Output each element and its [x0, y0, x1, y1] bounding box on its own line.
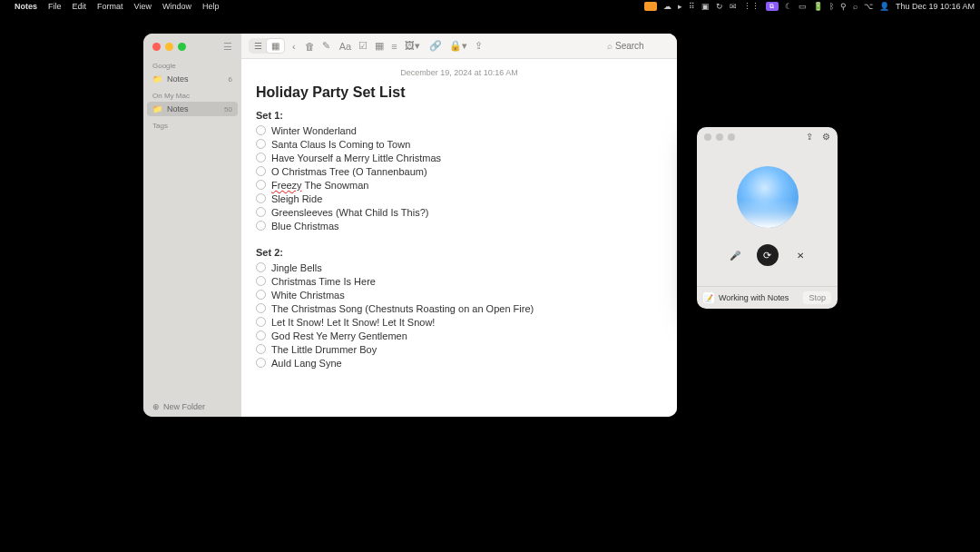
checkbox-circle[interactable]	[256, 303, 266, 313]
checklist-item[interactable]: Blue Christmas	[256, 219, 662, 232]
checklist-item[interactable]: The Little Drummer Boy	[256, 342, 662, 356]
lock-button[interactable]: 🔒▾	[449, 40, 467, 52]
display-icon[interactable]: ▭	[799, 2, 807, 11]
minimize-button[interactable]	[716, 133, 723, 141]
checkbox-circle[interactable]	[256, 344, 266, 354]
share-icon[interactable]: ⇪	[806, 132, 813, 142]
minimize-button[interactable]	[165, 43, 173, 51]
checkbox-circle[interactable]	[256, 153, 266, 163]
checklist-item-text[interactable]: Let It Snow! Let It Snow! Let It Snow!	[271, 317, 435, 328]
stop-button[interactable]: Stop	[803, 291, 831, 304]
checkbox-circle[interactable]	[256, 193, 266, 203]
checklist-item-text[interactable]: The Christmas Song (Chestnuts Roasting o…	[271, 303, 534, 314]
zoom-button[interactable]	[728, 133, 735, 141]
menu-format[interactable]: Format	[97, 2, 123, 11]
checklist-item-text[interactable]: Santa Claus Is Coming to Town	[271, 139, 410, 150]
checklist-button[interactable]: ☑	[358, 40, 368, 52]
checklist-item[interactable]: Auld Lang Syne	[256, 356, 662, 370]
checklist-item-text[interactable]: Freezy The Snowman	[271, 180, 368, 191]
grid-view-icon[interactable]: ▦	[267, 39, 284, 53]
search-field[interactable]: ⌕	[607, 41, 670, 51]
checkbox-circle[interactable]	[256, 207, 266, 217]
checklist-item[interactable]: God Rest Ye Merry Gentlemen	[256, 329, 662, 342]
checklist-item-text[interactable]: Auld Lang Syne	[271, 358, 342, 369]
updates-icon[interactable]: ↻	[716, 2, 723, 11]
checklist-item[interactable]: Freezy The Snowman	[256, 178, 662, 192]
checkbox-circle[interactable]	[256, 317, 266, 327]
checklist-item[interactable]: Greensleeves (What Child Is This?)	[256, 205, 662, 219]
menu-view[interactable]: View	[134, 2, 152, 11]
checkbox-circle[interactable]	[256, 125, 266, 135]
menu-window[interactable]: Window	[162, 2, 191, 11]
checklist-item[interactable]: Winter Wonderland	[256, 123, 662, 137]
checklist-item-text[interactable]: Blue Christmas	[271, 221, 339, 232]
set-label[interactable]: Set 1:	[256, 110, 662, 121]
screen-record-icon[interactable]: ⧉	[766, 2, 779, 11]
checklist-item-text[interactable]: The Little Drummer Boy	[271, 344, 377, 355]
checklist-item-text[interactable]: Greensleeves (What Child Is This?)	[271, 207, 428, 218]
text-style-button[interactable]: Aa	[339, 41, 351, 52]
menu-help[interactable]: Help	[202, 2, 220, 11]
zoom-button[interactable]	[178, 43, 186, 51]
checklist-item-text[interactable]: Jingle Bells	[271, 262, 322, 273]
set-label[interactable]: Set 2:	[256, 247, 662, 258]
close-button[interactable]	[152, 43, 161, 51]
checklist-item-text[interactable]: White Christmas	[271, 290, 345, 301]
checkbox-circle[interactable]	[256, 330, 266, 340]
apps-icon[interactable]: ⋮⋮	[743, 2, 760, 11]
checklist-item[interactable]: Christmas Time Is Here	[256, 274, 662, 288]
play-icon[interactable]: ▸	[678, 2, 682, 11]
checkbox-circle[interactable]	[256, 139, 266, 149]
battery-icon[interactable]: 🔋	[813, 2, 823, 11]
menubar-datetime[interactable]: Thu Dec 19 10:16 AM	[896, 2, 975, 11]
checklist-item[interactable]: White Christmas	[256, 288, 662, 301]
checklist-item-text[interactable]: O Christmas Tree (O Tannenbaum)	[271, 166, 427, 177]
bluetooth-icon[interactable]: ᛒ	[829, 2, 834, 11]
checklist-item-text[interactable]: Sleigh Ride	[271, 193, 322, 204]
settings-icon[interactable]: ⚙	[822, 132, 830, 142]
checklist-item[interactable]: The Christmas Song (Chestnuts Roasting o…	[256, 301, 662, 315]
list-view-icon[interactable]: ☰	[250, 39, 267, 53]
pause-button[interactable]: ⟳	[757, 244, 779, 266]
checkbox-circle[interactable]	[256, 180, 266, 190]
menu-file[interactable]: File	[48, 2, 62, 11]
checkbox-circle[interactable]	[256, 166, 266, 176]
wifi-icon[interactable]: ⚲	[840, 2, 847, 11]
new-folder-button[interactable]: ⊕ New Folder	[143, 397, 241, 417]
checklist-item[interactable]: Sleigh Ride	[256, 192, 662, 205]
checklist-item[interactable]: Have Yourself a Merry Little Christmas	[256, 151, 662, 164]
search-icon[interactable]: ⌕	[853, 2, 858, 11]
user-icon[interactable]: 👤	[879, 2, 889, 11]
chat-icon[interactable]: ✉	[730, 2, 737, 11]
share-button[interactable]: ⇪	[475, 40, 483, 52]
checklist-item-text[interactable]: Have Yourself a Merry Little Christmas	[271, 153, 441, 163]
checkbox-circle[interactable]	[256, 262, 266, 272]
checklist-item-text[interactable]: Winter Wonderland	[271, 125, 357, 136]
view-toggle[interactable]: ☰ ▦	[249, 38, 285, 54]
status-app-icon[interactable]	[644, 2, 657, 11]
menu-edit[interactable]: Edit	[73, 2, 87, 11]
moon-icon[interactable]: ☾	[785, 2, 792, 11]
checkbox-circle[interactable]	[256, 221, 266, 231]
delete-button[interactable]: 🗑	[305, 41, 315, 52]
close-button[interactable]	[704, 133, 711, 141]
checklist-item[interactable]: O Christmas Tree (O Tannenbaum)	[256, 164, 662, 178]
checklist-item[interactable]: Santa Claus Is Coming to Town	[256, 137, 662, 151]
cloud-icon[interactable]: ☁	[663, 2, 671, 11]
cancel-button[interactable]: ✕	[791, 246, 809, 264]
menu-app[interactable]: Notes	[15, 2, 37, 11]
align-button[interactable]: ≡	[391, 41, 397, 52]
checkbox-circle[interactable]	[256, 290, 266, 300]
checklist-item-text[interactable]: Christmas Time Is Here	[271, 276, 376, 287]
control-center-icon[interactable]: ⌥	[864, 2, 873, 11]
mic-button[interactable]: 🎤	[726, 246, 744, 264]
checklist-item[interactable]: Let It Snow! Let It Snow! Let It Snow!	[256, 315, 662, 329]
checkbox-circle[interactable]	[256, 276, 266, 286]
box-icon[interactable]: ▣	[701, 2, 710, 11]
checkbox-circle[interactable]	[256, 358, 266, 368]
compose-button[interactable]: ✎	[322, 40, 330, 52]
sidebar-item-google-notes[interactable]: 📁 Notes 6	[143, 72, 241, 86]
note-body[interactable]: December 19, 2024 at 10:16 AM Holiday Pa…	[241, 59, 677, 417]
note-title[interactable]: Holiday Party Set List	[256, 84, 662, 101]
search-input[interactable]	[615, 41, 670, 51]
